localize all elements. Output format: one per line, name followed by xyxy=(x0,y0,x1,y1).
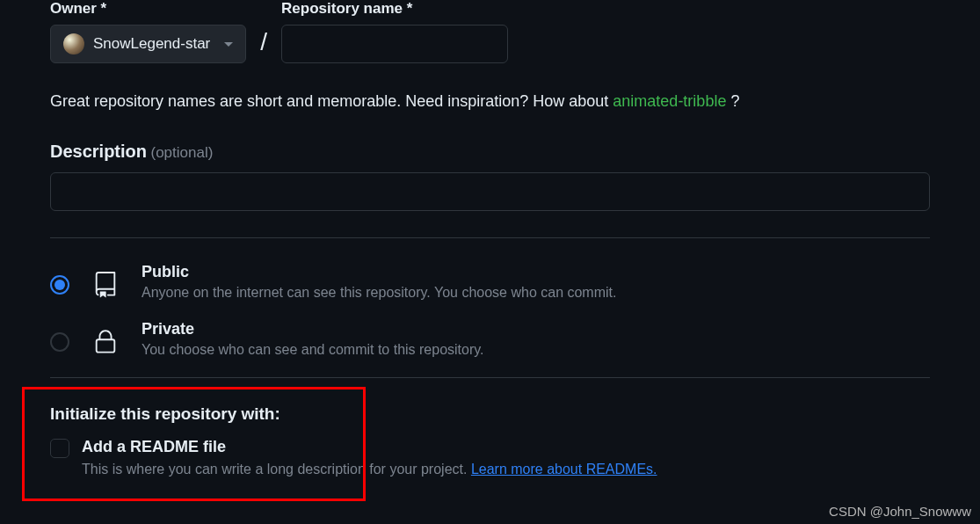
avatar xyxy=(63,33,84,55)
watermark: CSDN @John_Snowww xyxy=(829,504,971,519)
public-title: Public xyxy=(142,263,930,281)
private-content: Private You choose who can see and commi… xyxy=(142,320,930,358)
description-optional: (optional) xyxy=(150,144,213,161)
repo-icon xyxy=(92,272,119,298)
init-section: Initialize this repository with: Add a R… xyxy=(50,404,930,477)
lock-icon xyxy=(92,329,119,355)
visibility-public-option[interactable]: Public Anyone on the internet can see th… xyxy=(50,263,930,301)
public-content: Public Anyone on the internet can see th… xyxy=(142,263,930,301)
private-title: Private xyxy=(142,320,930,338)
init-title: Initialize this repository with: xyxy=(50,404,930,424)
hint-suffix: ? xyxy=(726,92,739,110)
readme-label: Add a README file xyxy=(82,438,930,456)
owner-group: Owner * SnowLegend-star xyxy=(50,0,246,63)
repo-name-group: Repository name * xyxy=(281,0,508,63)
description-section: Description (optional) xyxy=(50,142,930,211)
description-input[interactable] xyxy=(50,172,930,211)
repo-name-input[interactable] xyxy=(281,25,508,63)
radio-public[interactable] xyxy=(50,275,69,295)
owner-name: SnowLegend-star xyxy=(93,35,210,53)
chevron-down-icon xyxy=(224,42,233,47)
readme-learn-link[interactable]: Learn more about READMEs. xyxy=(471,462,657,477)
visibility-section: Public Anyone on the internet can see th… xyxy=(50,263,930,358)
readme-content: Add a README file This is where you can … xyxy=(82,438,930,477)
hint-text: Great repository names are short and mem… xyxy=(50,90,930,113)
divider xyxy=(50,377,930,378)
slash-separator: / xyxy=(260,28,267,56)
visibility-private-option[interactable]: Private You choose who can see and commi… xyxy=(50,320,930,358)
hint-prefix: Great repository names are short and mem… xyxy=(50,92,613,110)
description-label: Description xyxy=(50,142,147,161)
owner-select[interactable]: SnowLegend-star xyxy=(50,25,246,63)
repo-name-label: Repository name * xyxy=(281,0,508,18)
private-desc: You choose who can see and commit to thi… xyxy=(142,342,930,358)
suggestion-link[interactable]: animated-tribble xyxy=(613,92,726,110)
public-desc: Anyone on the internet can see this repo… xyxy=(142,285,930,301)
owner-label: Owner * xyxy=(50,0,246,18)
readme-option[interactable]: Add a README file This is where you can … xyxy=(50,438,930,477)
readme-desc-text: This is where you can write a long descr… xyxy=(82,462,471,477)
radio-private[interactable] xyxy=(50,332,69,352)
readme-checkbox[interactable] xyxy=(50,439,69,458)
readme-desc: This is where you can write a long descr… xyxy=(82,462,930,477)
divider xyxy=(50,237,930,238)
